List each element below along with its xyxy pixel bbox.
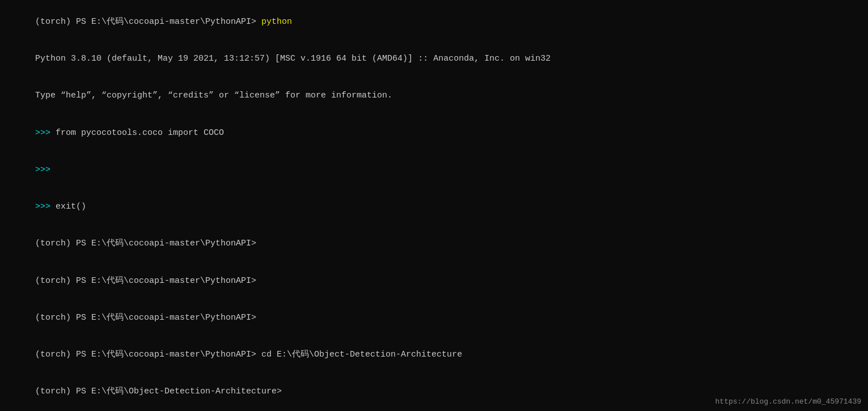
line-9: (torch) PS E:\代码\cocoapi-master\PythonAP…: [5, 299, 863, 336]
terminal-window[interactable]: (torch) PS E:\代码\cocoapi-master\PythonAP…: [0, 0, 868, 411]
line-8: (torch) PS E:\代码\cocoapi-master\PythonAP…: [5, 262, 863, 299]
line-10: (torch) PS E:\代码\cocoapi-master\PythonAP…: [5, 336, 863, 373]
watermark-url: https://blog.csdn.net/m0_45971439: [715, 397, 861, 408]
line-4: >>> from pycocotools.coco import COCO: [5, 115, 863, 151]
terminal-output: (torch) PS E:\代码\cocoapi-master\PythonAP…: [5, 3, 863, 411]
line-7: (torch) PS E:\代码\cocoapi-master\PythonAP…: [5, 226, 863, 262]
line-6: >>> exit(): [5, 188, 863, 225]
line-1: (torch) PS E:\代码\cocoapi-master\PythonAP…: [5, 3, 863, 40]
line-5: >>>: [5, 151, 863, 188]
line-3: Type “help”, “copyright”, “credits” or “…: [5, 78, 863, 115]
line-2: Python 3.8.10 (default, May 19 2021, 13:…: [5, 40, 863, 77]
